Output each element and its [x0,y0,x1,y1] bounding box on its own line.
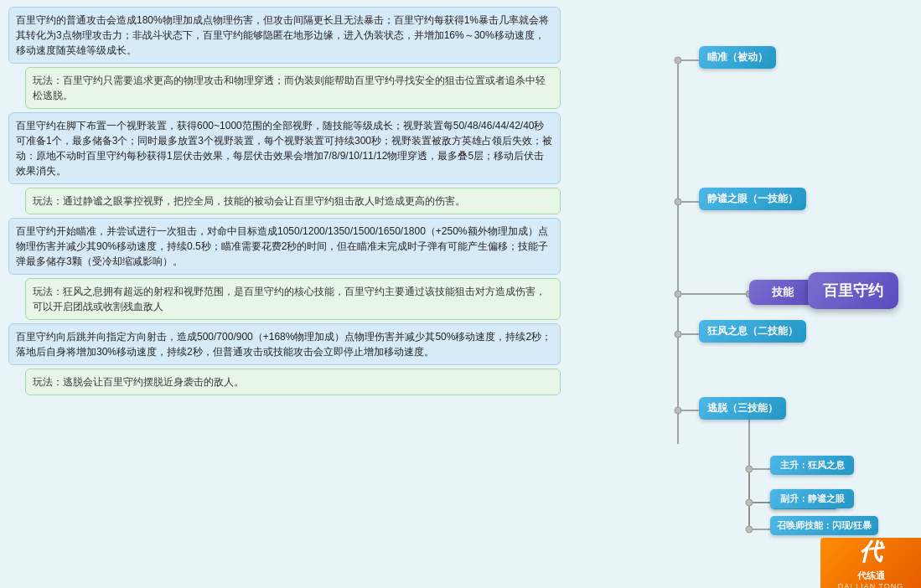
svg-point-15 [675,291,681,297]
main-skill-sub-node: 主升：狂风之息 [770,456,854,475]
skill2-node: 狂风之息（二技能） [699,320,806,343]
skill1-info-box: 百里守约在脚下布置一个视野装置，获得600~1000范围的全部视野，随技能等级成… [8,112,561,184]
main-title-node: 百里守约 [808,272,898,309]
skill2-label: 狂风之息（二技能） [707,325,798,337]
summoner-sub-label: 召唤师技能：闪现/狂暴 [777,520,872,530]
right-tree: 瞄准（被动） 静谧之眼（一技能） 狂风之息（二技能） 逃脱（三技能） 技能 百里… [569,0,921,588]
skill3-tip-box: 玩法：逃脱会让百里守约摆脱近身袭击的敌人。 [25,369,561,395]
skill3-label: 逃脱（三技能） [707,402,778,414]
logo-sub: DAI LIAN TONG [838,582,904,589]
skill1-node: 静谧之眼（一技能） [699,188,806,210]
sub-skill-sub-node: 副升：静谧之眼 [770,489,854,508]
logo-box: 代 代练通 DAI LIAN TONG [820,538,921,588]
svg-point-16 [675,331,681,338]
skill2-tip-text: 玩法：狂风之息拥有超远的射程和视野范围，是百里守约的核心技能，百里守约主要通过该… [33,286,546,312]
svg-point-22 [746,526,753,533]
main-skill-sub-label: 主升：狂风之息 [780,460,845,470]
summoner-sub-node: 召唤师技能：闪现/狂暴 [770,516,878,535]
skill1-tip-text: 玩法：通过静谧之眼掌控视野，把控全局，技能的被动会让百里守约狙击敌人时造成更高的… [33,195,465,207]
center-node: 技能 [749,280,816,305]
svg-point-13 [675,57,681,64]
skill3-node: 逃脱（三技能） [699,397,786,420]
skill3-text: 百里守约向后跳并向指定方向射击，造成500/700/900（+168%物理加成）… [16,331,551,358]
skill2-tip-box: 玩法：狂风之息拥有超远的射程和视野范围，是百里守约的核心技能，百里守约主要通过该… [25,278,561,320]
svg-point-21 [746,499,753,506]
skill1-text: 百里守约在脚下布置一个视野装置，获得600~1000范围的全部视野，随技能等级成… [16,120,552,177]
passive-node: 瞄准（被动） [699,46,776,69]
svg-point-17 [675,407,681,414]
skill3-info-box: 百里守约向后跳并向指定方向射击，造成500/700/900（+168%物理加成）… [8,323,561,365]
passive-tip-text: 玩法：百里守约只需要追求更高的物理攻击和物理穿透；而伪装则能帮助百里守约寻找安全… [33,75,546,101]
svg-point-14 [675,199,681,205]
passive-label: 瞄准（被动） [707,51,768,63]
passive-info-box: 百里守约的普通攻击会造成180%物理加成点物理伤害，但攻击间隔更长且无法暴击；百… [8,7,561,64]
passive-tip-box: 玩法：百里守约只需要追求更高的物理攻击和物理穿透；而伪装则能帮助百里守约寻找安全… [25,67,561,109]
skill2-text: 百里守约开始瞄准，并尝试进行一次狙击，对命中目标造成1050/1200/1350… [16,225,548,267]
logo-icon: 代 [859,536,882,568]
main-label: 百里守约 [823,282,883,299]
skill1-label: 静谧之眼（一技能） [707,193,798,204]
skill1-tip-box: 玩法：通过静谧之眼掌控视野，把控全局，技能的被动会让百里守约狙击敌人时造成更高的… [25,188,561,214]
sub-skill-sub-label: 副升：静谧之眼 [780,493,845,503]
svg-point-20 [746,466,753,472]
skill2-info-box: 百里守约开始瞄准，并尝试进行一次狙击，对命中目标造成1050/1200/1350… [8,218,561,275]
passive-text: 百里守约的普通攻击会造成180%物理加成点物理伤害，但攻击间隔更长且无法暴击；百… [16,14,549,56]
skill3-tip-text: 玩法：逃脱会让百里守约摆脱近身袭击的敌人。 [33,376,244,388]
main-container: 百里守约的普通攻击会造成180%物理加成点物理伤害，但攻击间隔更长且无法暴击；百… [0,0,921,588]
center-label: 技能 [772,286,794,298]
logo-name: 代练通 [857,570,885,582]
left-area: 百里守约的普通攻击会造成180%物理加成点物理伤害，但攻击间隔更长且无法暴击；百… [0,0,569,588]
